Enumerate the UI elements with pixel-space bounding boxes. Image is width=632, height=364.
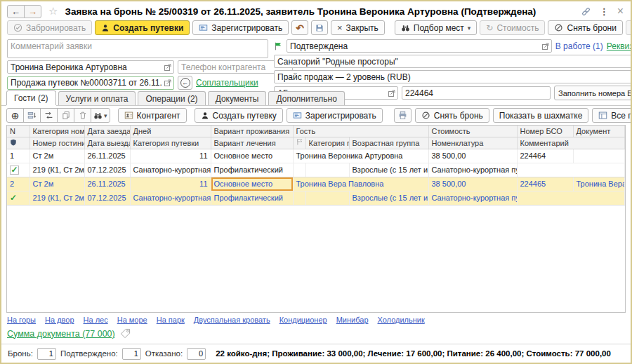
no-sign-icon [554, 23, 563, 32]
select-places-button[interactable]: Подбор мест ▾ [395, 20, 478, 35]
feature-link[interactable]: Холодильник [378, 316, 425, 324]
cost-button[interactable]: ↻ Стоимость [480, 20, 545, 35]
sale-document-input[interactable] [11, 78, 162, 88]
col-bso-number: Номер БСО [517, 126, 573, 137]
print-button[interactable] [394, 108, 412, 123]
request-comment-input[interactable] [7, 39, 268, 58]
page-title: Заявка на бронь № 25/00319 от 26.11.2025… [65, 6, 570, 17]
swap-rows-button[interactable] [40, 108, 58, 123]
printer-icon [398, 111, 407, 120]
no-sign-icon [421, 111, 430, 120]
contractor-button[interactable]: Контрагент [118, 108, 187, 123]
refresh-icon: ↻ [486, 23, 493, 33]
table-row-selected: ✓ 219 (К1, Ст 2м) 07.12.2025 Санаторно-к… [7, 191, 625, 205]
register-row-button[interactable]: Зарегистрировать [287, 108, 383, 123]
applicant-field [7, 60, 174, 74]
sanatorium-field [274, 55, 632, 68]
header-row-2: Номер гостиницы Дата выезда Категория пу… [7, 137, 625, 149]
feature-link[interactable]: На парк [157, 316, 185, 324]
back-button[interactable]: ← [7, 5, 25, 18]
feature-link[interactable]: На горы [7, 316, 36, 324]
table-row-selected: 2 Ст 2м 26.11.2025 11 Основное место Тро… [7, 177, 625, 191]
move-rows-button[interactable] [23, 108, 41, 123]
feature-link[interactable]: На двор [45, 316, 74, 324]
col-guest: Гость [293, 126, 428, 137]
favorite-star-icon[interactable]: ☆ [48, 5, 58, 18]
go-to-document-button[interactable]: ← [178, 76, 192, 90]
undo-icon: ↶ [296, 23, 304, 33]
card-icon [293, 111, 302, 120]
feature-links: На горы На двор На лес На море На парк Д… [1, 313, 631, 325]
add-row-button[interactable]: ⊕ [6, 108, 24, 123]
booking-count-field[interactable] [37, 348, 56, 360]
copayers-link[interactable]: Соплательщики [196, 78, 258, 88]
undo-button[interactable]: ↶ [291, 20, 308, 35]
tab-documents[interactable]: Документы [208, 91, 267, 105]
nav-buttons: ← → [7, 5, 41, 18]
booking-label: Бронь: [8, 349, 33, 358]
guests-table: N Категория номера Дата заезда Дней Вари… [7, 126, 625, 205]
feature-link[interactable]: Минибар [336, 316, 369, 324]
feature-link[interactable]: На море [117, 316, 147, 324]
col-treatment-variant: Вариант лечения [211, 137, 293, 149]
close-button[interactable]: × Закрыть [331, 20, 385, 35]
price-list-input[interactable] [277, 72, 632, 82]
menu-kebab-icon[interactable]: ⋮ [600, 6, 609, 17]
confirmed-count-field[interactable] [122, 348, 141, 360]
delete-row-button[interactable] [74, 108, 91, 123]
confirmed-label: Подтверждено: [60, 349, 118, 358]
save-button[interactable] [311, 20, 328, 35]
person-icon [101, 24, 110, 32]
contact-card-icon [124, 111, 133, 120]
arrow-left-icon: ← [11, 6, 20, 17]
registered-checkbox-icon: ✓ [10, 166, 19, 175]
create-voucher-button[interactable]: Создать путевку [195, 108, 283, 123]
requisites-link[interactable]: Реквизиты [607, 41, 632, 51]
col-n: N [7, 126, 29, 137]
field-open-icon[interactable] [164, 64, 171, 71]
totals-summary: 22 койко-дня; Проживание: 33 000,00; Леч… [216, 349, 611, 358]
remove-bookings-button[interactable]: Снять брони [548, 20, 622, 35]
tab-guests[interactable]: Гости (2) [6, 90, 56, 105]
remove-booking-button[interactable]: Снять бронь [415, 108, 489, 123]
price-tag-icon[interactable] [120, 328, 131, 339]
document-sum-link[interactable]: Сумма документа (77 000) [7, 329, 115, 339]
book-button[interactable]: Забронировать [7, 20, 92, 35]
col-arrival-date: Дата заезда [84, 126, 130, 137]
feature-link[interactable]: Кондиционер [279, 316, 327, 324]
tab-additional[interactable]: Дополнительно [268, 91, 344, 105]
flag-outline-icon [293, 137, 305, 149]
register-button[interactable]: Зарегистрировать [192, 20, 289, 35]
close-window-icon[interactable]: × [617, 6, 624, 17]
tab-services-payment[interactable]: Услуги и оплата [58, 91, 136, 105]
shield-icon [7, 137, 29, 149]
col-departure-date: Дата выезда [84, 137, 130, 149]
copy-row-button[interactable] [57, 108, 74, 123]
status-input[interactable] [290, 41, 540, 51]
field-open-icon[interactable] [542, 43, 549, 50]
selected-cell[interactable]: Основное место [211, 177, 293, 191]
field-open-icon[interactable] [164, 79, 171, 86]
feature-link[interactable]: Двуспальная кровать [194, 316, 270, 324]
price-list-field [274, 70, 632, 83]
col-voucher-category: Категория путевки [130, 137, 211, 149]
show-chessboard-button[interactable]: Показать в шахматке [493, 108, 589, 123]
find-button[interactable]: ▾ [91, 108, 110, 123]
feature-link[interactable]: На лес [84, 316, 108, 324]
in-work-link[interactable]: В работе (1) [555, 41, 603, 51]
sanatorium-input[interactable] [277, 57, 632, 67]
tab-operations[interactable]: Операции (2) [138, 91, 205, 105]
form-area: ← Соплательщики В работе (1) Реквизиты [1, 37, 631, 91]
col-hotel-room: Номер гостиницы [29, 137, 84, 149]
applicant-input[interactable] [11, 62, 162, 72]
link-icon[interactable] [581, 6, 591, 17]
create-by-removed-button[interactable]: Создать заявку по снятой брони [626, 20, 632, 35]
swap-arrows-icon [44, 111, 53, 120]
create-vouchers-button[interactable]: Создать путевки [95, 20, 190, 35]
all-parameters-button[interactable]: Все параметры [592, 108, 632, 123]
chevron-down-icon: ▾ [104, 112, 107, 119]
forward-button[interactable]: → [24, 5, 41, 18]
trash-icon [79, 111, 87, 120]
declined-label: Отказано: [145, 349, 183, 358]
declined-count-field[interactable] [187, 348, 206, 360]
